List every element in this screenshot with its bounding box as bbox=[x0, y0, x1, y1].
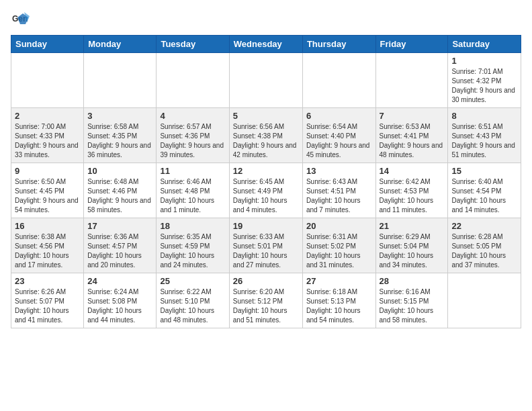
calendar-cell: 27Sunrise: 6:18 AM Sunset: 5:13 PM Dayli… bbox=[302, 273, 375, 328]
calendar-week-3: 9Sunrise: 6:50 AM Sunset: 4:45 PM Daylig… bbox=[11, 163, 521, 218]
day-number: 13 bbox=[306, 166, 372, 176]
day-info: Sunrise: 6:31 AM Sunset: 5:02 PM Dayligh… bbox=[306, 232, 372, 270]
calendar-body: 1Sunrise: 7:01 AM Sunset: 4:32 PM Daylig… bbox=[11, 53, 521, 328]
day-number: 7 bbox=[380, 111, 445, 121]
weekday-header-saturday: Saturday bbox=[448, 36, 521, 53]
weekday-header-friday: Friday bbox=[375, 36, 448, 53]
calendar-cell: 11Sunrise: 6:46 AM Sunset: 4:48 PM Dayli… bbox=[157, 163, 229, 218]
day-number: 28 bbox=[380, 276, 445, 286]
weekday-header-row: SundayMondayTuesdayWednesdayThursdayFrid… bbox=[11, 36, 521, 53]
calendar-header: SundayMondayTuesdayWednesdayThursdayFrid… bbox=[11, 36, 521, 53]
calendar-week-2: 2Sunrise: 7:00 AM Sunset: 4:33 PM Daylig… bbox=[11, 108, 521, 163]
calendar-cell bbox=[84, 53, 157, 108]
day-info: Sunrise: 6:58 AM Sunset: 4:35 PM Dayligh… bbox=[87, 122, 152, 160]
calendar-cell: 13Sunrise: 6:43 AM Sunset: 4:51 PM Dayli… bbox=[302, 163, 375, 218]
day-number: 22 bbox=[451, 221, 517, 231]
day-info: Sunrise: 6:40 AM Sunset: 4:54 PM Dayligh… bbox=[451, 177, 517, 215]
day-info: Sunrise: 6:26 AM Sunset: 5:07 PM Dayligh… bbox=[15, 287, 80, 325]
day-info: Sunrise: 6:50 AM Sunset: 4:45 PM Dayligh… bbox=[15, 177, 80, 215]
calendar-cell: 9Sunrise: 6:50 AM Sunset: 4:45 PM Daylig… bbox=[11, 163, 84, 218]
calendar-cell bbox=[11, 53, 84, 108]
day-info: Sunrise: 6:18 AM Sunset: 5:13 PM Dayligh… bbox=[306, 287, 372, 325]
calendar-cell: 4Sunrise: 6:57 AM Sunset: 4:36 PM Daylig… bbox=[157, 108, 229, 163]
day-number: 18 bbox=[160, 221, 225, 231]
calendar-cell: 14Sunrise: 6:42 AM Sunset: 4:53 PM Dayli… bbox=[375, 163, 448, 218]
calendar-cell: 25Sunrise: 6:22 AM Sunset: 5:10 PM Dayli… bbox=[157, 273, 229, 328]
day-info: Sunrise: 6:38 AM Sunset: 4:56 PM Dayligh… bbox=[15, 232, 80, 270]
day-number: 5 bbox=[233, 111, 299, 121]
day-number: 25 bbox=[160, 276, 225, 286]
calendar-week-4: 16Sunrise: 6:38 AM Sunset: 4:56 PM Dayli… bbox=[11, 218, 521, 273]
calendar-cell: 6Sunrise: 6:54 AM Sunset: 4:40 PM Daylig… bbox=[302, 108, 375, 163]
day-info: Sunrise: 6:54 AM Sunset: 4:40 PM Dayligh… bbox=[306, 122, 372, 160]
day-info: Sunrise: 6:28 AM Sunset: 5:05 PM Dayligh… bbox=[451, 232, 517, 270]
calendar-cell bbox=[375, 53, 448, 108]
calendar-table: SundayMondayTuesdayWednesdayThursdayFrid… bbox=[11, 35, 521, 328]
day-number: 20 bbox=[306, 221, 372, 231]
calendar-cell bbox=[157, 53, 229, 108]
day-number: 8 bbox=[451, 111, 517, 121]
day-number: 26 bbox=[233, 276, 299, 286]
calendar-cell: 12Sunrise: 6:45 AM Sunset: 4:49 PM Dayli… bbox=[229, 163, 302, 218]
day-number: 19 bbox=[233, 221, 299, 231]
calendar-week-1: 1Sunrise: 7:01 AM Sunset: 4:32 PM Daylig… bbox=[11, 53, 521, 108]
calendar-cell: 22Sunrise: 6:28 AM Sunset: 5:05 PM Dayli… bbox=[448, 218, 521, 273]
day-info: Sunrise: 6:43 AM Sunset: 4:51 PM Dayligh… bbox=[306, 177, 372, 215]
day-info: Sunrise: 6:16 AM Sunset: 5:15 PM Dayligh… bbox=[380, 287, 445, 325]
weekday-header-wednesday: Wednesday bbox=[229, 36, 302, 53]
day-info: Sunrise: 6:36 AM Sunset: 4:57 PM Dayligh… bbox=[87, 232, 152, 270]
day-info: Sunrise: 6:57 AM Sunset: 4:36 PM Dayligh… bbox=[160, 122, 225, 160]
day-info: Sunrise: 6:48 AM Sunset: 4:46 PM Dayligh… bbox=[87, 177, 152, 215]
weekday-header-tuesday: Tuesday bbox=[157, 36, 229, 53]
calendar-cell: 3Sunrise: 6:58 AM Sunset: 4:35 PM Daylig… bbox=[84, 108, 157, 163]
day-info: Sunrise: 6:20 AM Sunset: 5:12 PM Dayligh… bbox=[233, 287, 299, 325]
day-number: 24 bbox=[87, 276, 152, 286]
calendar-cell: 7Sunrise: 6:53 AM Sunset: 4:41 PM Daylig… bbox=[375, 108, 448, 163]
calendar-cell: 2Sunrise: 7:00 AM Sunset: 4:33 PM Daylig… bbox=[11, 108, 84, 163]
calendar-cell: 23Sunrise: 6:26 AM Sunset: 5:07 PM Dayli… bbox=[11, 273, 84, 328]
day-info: Sunrise: 6:35 AM Sunset: 4:59 PM Dayligh… bbox=[160, 232, 225, 270]
calendar-cell: 18Sunrise: 6:35 AM Sunset: 4:59 PM Dayli… bbox=[157, 218, 229, 273]
calendar-cell: 16Sunrise: 6:38 AM Sunset: 4:56 PM Dayli… bbox=[11, 218, 84, 273]
day-number: 21 bbox=[380, 221, 445, 231]
weekday-header-sunday: Sunday bbox=[11, 36, 84, 53]
day-info: Sunrise: 6:45 AM Sunset: 4:49 PM Dayligh… bbox=[233, 177, 299, 215]
day-number: 10 bbox=[87, 166, 152, 176]
day-number: 17 bbox=[87, 221, 152, 231]
calendar-week-5: 23Sunrise: 6:26 AM Sunset: 5:07 PM Dayli… bbox=[11, 273, 521, 328]
day-info: Sunrise: 6:29 AM Sunset: 5:04 PM Dayligh… bbox=[380, 232, 445, 270]
calendar-cell: 17Sunrise: 6:36 AM Sunset: 4:57 PM Dayli… bbox=[84, 218, 157, 273]
day-number: 3 bbox=[87, 111, 152, 121]
calendar-cell bbox=[448, 273, 521, 328]
weekday-header-monday: Monday bbox=[84, 36, 157, 53]
day-number: 6 bbox=[306, 111, 372, 121]
day-number: 16 bbox=[15, 221, 80, 231]
calendar-cell: 28Sunrise: 6:16 AM Sunset: 5:15 PM Dayli… bbox=[375, 273, 448, 328]
calendar-cell: 24Sunrise: 6:24 AM Sunset: 5:08 PM Dayli… bbox=[84, 273, 157, 328]
calendar-cell: 10Sunrise: 6:48 AM Sunset: 4:46 PM Dayli… bbox=[84, 163, 157, 218]
day-number: 9 bbox=[15, 166, 80, 176]
page-header: Gen bbox=[11, 11, 521, 30]
day-number: 4 bbox=[160, 111, 225, 121]
day-info: Sunrise: 6:33 AM Sunset: 5:01 PM Dayligh… bbox=[233, 232, 299, 270]
day-number: 23 bbox=[15, 276, 80, 286]
calendar-cell: 15Sunrise: 6:40 AM Sunset: 4:54 PM Dayli… bbox=[448, 163, 521, 218]
calendar-cell bbox=[229, 53, 302, 108]
day-info: Sunrise: 6:24 AM Sunset: 5:08 PM Dayligh… bbox=[87, 287, 152, 325]
day-number: 14 bbox=[380, 166, 445, 176]
logo-icon: Gen bbox=[11, 11, 30, 30]
calendar-cell: 8Sunrise: 6:51 AM Sunset: 4:43 PM Daylig… bbox=[448, 108, 521, 163]
logo: Gen bbox=[11, 11, 32, 30]
day-info: Sunrise: 6:51 AM Sunset: 4:43 PM Dayligh… bbox=[451, 122, 517, 160]
day-number: 12 bbox=[233, 166, 299, 176]
calendar-cell: 19Sunrise: 6:33 AM Sunset: 5:01 PM Dayli… bbox=[229, 218, 302, 273]
calendar-cell: 26Sunrise: 6:20 AM Sunset: 5:12 PM Dayli… bbox=[229, 273, 302, 328]
day-number: 2 bbox=[15, 111, 80, 121]
calendar-cell: 21Sunrise: 6:29 AM Sunset: 5:04 PM Dayli… bbox=[375, 218, 448, 273]
calendar-cell: 1Sunrise: 7:01 AM Sunset: 4:32 PM Daylig… bbox=[448, 53, 521, 108]
calendar-cell: 20Sunrise: 6:31 AM Sunset: 5:02 PM Dayli… bbox=[302, 218, 375, 273]
day-info: Sunrise: 7:00 AM Sunset: 4:33 PM Dayligh… bbox=[15, 122, 80, 160]
day-info: Sunrise: 6:42 AM Sunset: 4:53 PM Dayligh… bbox=[380, 177, 445, 215]
day-number: 1 bbox=[451, 56, 517, 66]
day-info: Sunrise: 6:56 AM Sunset: 4:38 PM Dayligh… bbox=[233, 122, 299, 160]
